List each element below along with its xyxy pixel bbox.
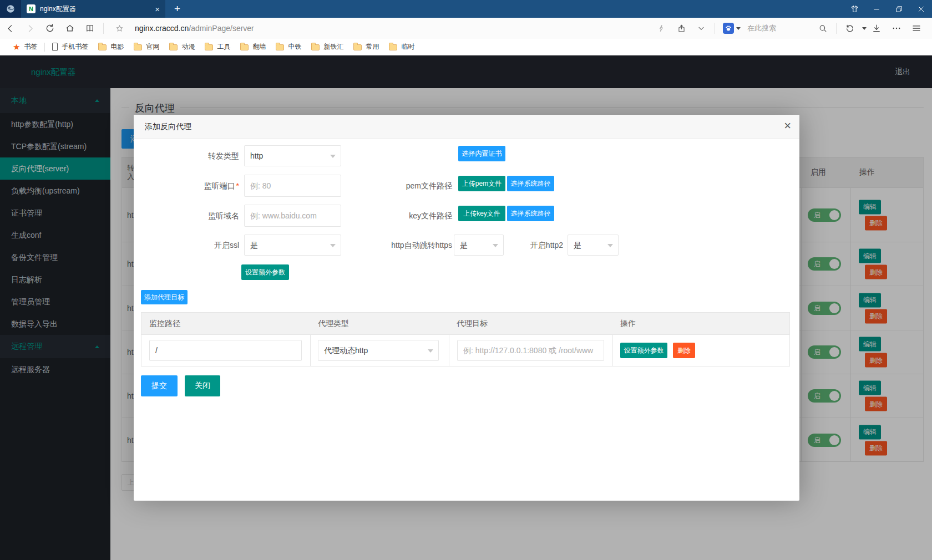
redirect-https-value: 是 bbox=[460, 241, 468, 250]
baidu-search-engine-icon[interactable] bbox=[723, 23, 734, 34]
listen-port-input[interactable] bbox=[244, 175, 341, 197]
upload-key-button[interactable]: 上传key文件 bbox=[458, 206, 505, 221]
folder-icon bbox=[353, 44, 362, 50]
favorite-star-icon[interactable] bbox=[109, 18, 129, 39]
bookmark-folder[interactable]: 常用 bbox=[348, 39, 384, 55]
bookmark-folder[interactable]: 翻墙 bbox=[235, 39, 271, 55]
bookmark-folder[interactable]: 工具 bbox=[200, 39, 235, 55]
search-engine-caret-icon[interactable] bbox=[736, 27, 741, 32]
modal-title: 添加反向代理 bbox=[145, 122, 191, 131]
toolbar-divider bbox=[103, 23, 104, 34]
chevron-down-icon[interactable] bbox=[691, 18, 711, 39]
folder-icon bbox=[311, 44, 320, 50]
refresh-icon[interactable] bbox=[40, 18, 60, 39]
forward-type-select[interactable]: http bbox=[244, 145, 341, 166]
column-header-path: 监控路径 bbox=[149, 319, 180, 329]
ssl-value: 是 bbox=[250, 241, 258, 250]
bookmark-label: 翻墙 bbox=[252, 42, 266, 52]
flash-icon[interactable] bbox=[651, 18, 671, 39]
back-icon[interactable] bbox=[0, 18, 20, 39]
upload-pem-button[interactable]: 上传pem文件 bbox=[458, 176, 505, 191]
redirect-https-label: http自动跳转https bbox=[347, 235, 452, 256]
modal-close-icon[interactable]: × bbox=[784, 119, 791, 133]
restore-button[interactable] bbox=[888, 0, 910, 18]
forward-icon[interactable] bbox=[20, 18, 40, 39]
bookmark-label: 手机书签 bbox=[62, 42, 88, 52]
bookmark-folder[interactable]: 官网 bbox=[129, 39, 164, 55]
bookmark-folder[interactable]: 新铁汇 bbox=[306, 39, 348, 55]
minimize-button[interactable] bbox=[865, 0, 888, 18]
bookmarks-divider bbox=[44, 43, 45, 52]
browser-toolbar: nginx.craccd.cn/adminPage/server 在此搜索 bbox=[0, 18, 932, 39]
proxy-target-input[interactable] bbox=[457, 340, 604, 361]
listen-domain-input[interactable] bbox=[244, 205, 341, 227]
browser-logo-icon[interactable] bbox=[0, 0, 21, 18]
browser-titlebar: N nginx配置器 × + bbox=[0, 0, 932, 18]
monitor-path-input[interactable] bbox=[149, 340, 302, 361]
bookmark-star[interactable]: ★ 书签 bbox=[8, 39, 42, 55]
undo-caret-icon[interactable] bbox=[862, 27, 867, 32]
proxy-target-table: 监控路径 代理类型 代理目标 操作 代理动态http 设置额外参数 删除 bbox=[141, 312, 790, 366]
new-tab-button[interactable]: + bbox=[174, 3, 180, 15]
tab-title: nginx配置器 bbox=[40, 4, 76, 14]
address-bar[interactable]: nginx.craccd.cn/adminPage/server bbox=[135, 24, 254, 33]
home-icon[interactable] bbox=[60, 18, 80, 39]
bookmark-label: 工具 bbox=[217, 42, 230, 52]
builtin-cert-button[interactable]: 选择内置证书 bbox=[458, 146, 505, 161]
listen-domain-label: 监听域名 bbox=[134, 205, 239, 227]
key-syspath-button[interactable]: 选择系统路径 bbox=[507, 206, 554, 221]
close-button[interactable]: 关闭 bbox=[185, 375, 220, 396]
bookmark-folder[interactable]: 中铁 bbox=[271, 39, 306, 55]
ssl-select[interactable]: 是 bbox=[244, 235, 341, 256]
folder-icon bbox=[98, 44, 107, 50]
add-reverse-proxy-modal: 添加反向代理 × 转发类型 http 选择内置证书 监听端口* pem文件路径 … bbox=[134, 115, 799, 501]
row-extra-params-button[interactable]: 设置额外参数 bbox=[620, 343, 667, 358]
menu-hamburger-icon[interactable] bbox=[906, 18, 926, 39]
bookmark-label: 中铁 bbox=[288, 42, 301, 52]
pem-path-label: pem文件路径 bbox=[347, 175, 452, 197]
bookmark-folder[interactable]: 电影 bbox=[93, 39, 129, 55]
modal-header: 添加反向代理 × bbox=[134, 115, 799, 139]
toolbar-divider bbox=[715, 23, 715, 34]
window-controls bbox=[843, 0, 932, 18]
bookmark-mobile[interactable]: 手机书签 bbox=[47, 39, 93, 55]
theme-shirt-icon[interactable] bbox=[843, 0, 865, 18]
http2-select[interactable]: 是 bbox=[568, 235, 619, 256]
bookmarks-bar: ★ 书签 手机书签 电影 官网 动漫 工具 翻墙 中铁 新铁汇 常用 临时 bbox=[0, 39, 932, 55]
select-caret-icon bbox=[330, 155, 336, 161]
folder-icon bbox=[169, 44, 178, 50]
search-icon[interactable] bbox=[813, 18, 833, 39]
select-caret-icon bbox=[607, 244, 613, 250]
tab-close-icon[interactable]: × bbox=[155, 5, 160, 13]
http2-value: 是 bbox=[574, 241, 581, 250]
reading-list-icon[interactable] bbox=[80, 18, 100, 39]
bookmark-folder[interactable]: 临时 bbox=[384, 39, 419, 55]
undo-icon[interactable] bbox=[840, 18, 860, 39]
select-caret-icon bbox=[330, 244, 336, 250]
column-header-type: 代理类型 bbox=[318, 319, 349, 329]
column-header-target: 代理目标 bbox=[457, 319, 488, 329]
http2-label: 开启http2 bbox=[485, 235, 563, 256]
close-window-button[interactable] bbox=[910, 0, 932, 18]
folder-icon bbox=[276, 44, 284, 50]
extra-params-button[interactable]: 设置额外参数 bbox=[241, 264, 289, 280]
browser-tab[interactable]: N nginx配置器 × bbox=[21, 0, 165, 18]
key-path-label: key文件路径 bbox=[347, 205, 452, 227]
forward-type-value: http bbox=[250, 151, 263, 160]
bookmark-label: 书签 bbox=[24, 42, 37, 52]
proxy-type-value: 代理动态http bbox=[324, 346, 368, 355]
share-icon[interactable] bbox=[671, 18, 691, 39]
forward-type-label: 转发类型 bbox=[134, 145, 239, 166]
pem-syspath-button[interactable]: 选择系统路径 bbox=[507, 176, 554, 191]
bookmark-folder[interactable]: 动漫 bbox=[164, 39, 200, 55]
submit-button[interactable]: 提交 bbox=[141, 375, 178, 396]
bookmark-label: 新铁汇 bbox=[323, 42, 343, 52]
download-icon[interactable] bbox=[867, 18, 887, 39]
bookmark-label: 电影 bbox=[110, 42, 124, 52]
proxy-type-select[interactable]: 代理动态http bbox=[318, 340, 439, 361]
row-delete-button[interactable]: 删除 bbox=[673, 343, 695, 358]
bookmark-label: 动漫 bbox=[181, 42, 195, 52]
search-input[interactable]: 在此搜索 bbox=[747, 23, 813, 33]
more-options-icon[interactable] bbox=[887, 18, 906, 39]
add-proxy-target-button[interactable]: 添加代理目标 bbox=[141, 290, 188, 304]
